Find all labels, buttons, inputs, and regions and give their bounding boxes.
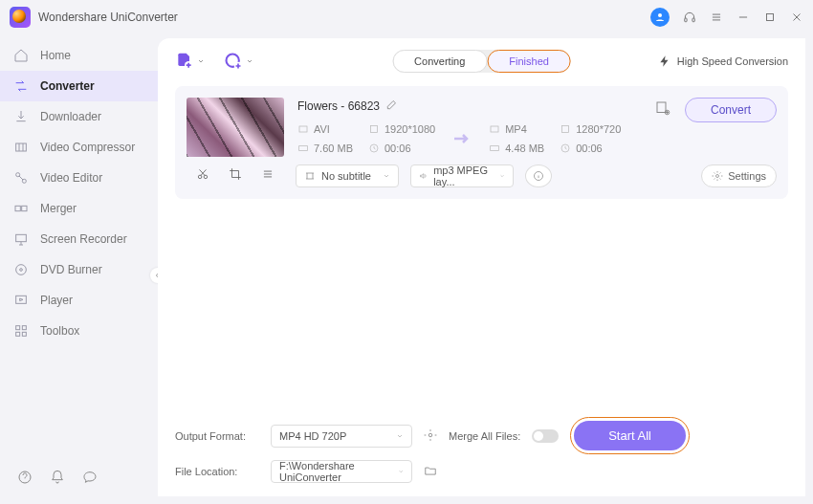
svg-rect-14 [22,206,27,210]
merge-toggle[interactable] [532,429,559,443]
sidebar-item-label: Screen Recorder [40,232,127,246]
app-title: Wondershare UniConverter [38,11,178,24]
high-speed-toggle[interactable]: High Speed Conversion [658,55,788,68]
open-folder-icon[interactable] [424,464,437,479]
sidebar-item-downloader[interactable]: Downloader [0,101,158,132]
svg-rect-33 [657,102,666,113]
start-all-highlight: Start All [570,417,690,454]
svg-point-0 [658,13,662,17]
add-file-button[interactable] [175,52,205,71]
svg-rect-31 [562,126,569,133]
app-logo [10,7,31,28]
sidebar-item-converter[interactable]: Converter [0,71,158,101]
src-resolution: 1920*1080 [385,123,435,135]
sidebar-item-dvd[interactable]: DVD Burner [0,254,158,285]
status-tabs: Converting Finished [392,50,571,73]
svg-rect-15 [16,234,27,241]
add-url-button[interactable] [224,52,253,71]
tab-converting[interactable]: Converting [392,50,487,73]
src-format: AVI [314,123,330,135]
sidebar-item-player[interactable]: Player [0,285,158,316]
svg-rect-28 [370,126,377,133]
file-location-select[interactable]: F:\Wondershare UniConverter [271,460,412,483]
svg-rect-21 [16,332,20,336]
dst-duration: 00:06 [576,142,603,154]
svg-point-17 [20,269,23,272]
sidebar-item-label: DVD Burner [40,263,102,276]
sidebar-item-label: Video Editor [40,171,102,185]
trim-icon[interactable] [196,167,209,185]
sidebar-item-home[interactable]: Home [0,40,158,71]
hsc-label: High Speed Conversion [677,55,788,67]
info-button[interactable] [525,164,552,187]
svg-rect-1 [685,18,687,22]
video-thumbnail[interactable] [187,98,284,157]
src-size: 7.60 MB [314,142,353,154]
file-name: Flowers - 66823 [297,99,380,113]
user-avatar[interactable] [650,8,670,27]
sidebar-item-compressor[interactable]: Video Compressor [0,132,158,163]
help-icon[interactable] [17,470,33,489]
format-settings-icon[interactable] [424,428,437,444]
audio-value: mp3 MPEG lay... [433,164,494,187]
svg-rect-7 [767,14,774,21]
titlebar: Wondershare UniConverter [0,0,813,34]
edit-name-icon[interactable] [385,98,399,114]
preset-icon[interactable] [654,99,671,121]
menu-icon[interactable] [710,11,723,24]
svg-rect-20 [22,326,26,330]
dst-size: 4.48 MB [505,142,544,154]
list-icon[interactable] [261,167,275,185]
headset-icon[interactable] [683,11,696,24]
file-card: Flowers - 66823 AVI 7.60 MB 1920*1080 00… [175,86,788,199]
start-all-button[interactable]: Start All [574,421,686,450]
window-maximize[interactable] [763,11,777,24]
subtitle-select[interactable]: No subtitle [296,164,399,187]
svg-point-41 [716,175,719,178]
sidebar-item-label: Merger [40,202,77,215]
sidebar-item-label: Toolbox [40,324,79,338]
sidebar-item-editor[interactable]: Video Editor [0,163,158,193]
svg-rect-30 [491,126,498,132]
sidebar-item-merger[interactable]: Merger [0,193,158,224]
sidebar-item-label: Home [40,49,71,62]
sidebar-item-label: Converter [40,79,95,93]
svg-rect-2 [692,18,694,22]
feedback-icon[interactable] [82,470,98,489]
file-location-value: F:\Wondershare UniConverter [279,460,392,483]
crop-icon[interactable] [229,167,242,185]
settings-label: Settings [728,170,766,182]
file-location-label: File Location: [175,466,259,477]
svg-rect-22 [22,332,26,336]
audio-select[interactable]: mp3 MPEG lay... [410,164,514,187]
dst-resolution: 1280*720 [576,123,621,135]
merge-label: Merge All Files: [449,430,520,442]
arrow-icon [450,127,473,150]
svg-rect-10 [16,143,27,151]
sidebar-item-recorder[interactable]: Screen Recorder [0,224,158,254]
window-minimize[interactable] [736,11,750,24]
output-format-select[interactable]: MP4 HD 720P [271,425,412,448]
settings-button[interactable]: Settings [701,164,777,187]
sidebar-item-toolbox[interactable]: Toolbox [0,316,158,346]
sidebar-item-label: Downloader [40,110,101,123]
main-panel: Converting Finished High Speed Conversio… [158,38,805,496]
window-close[interactable] [790,11,803,24]
svg-rect-13 [15,206,20,210]
convert-button[interactable]: Convert [685,98,777,122]
src-duration: 00:06 [385,142,411,154]
sidebar-item-label: Player [40,294,73,307]
svg-point-42 [428,433,432,437]
svg-rect-18 [16,296,27,303]
output-format-label: Output Format: [175,430,259,442]
svg-point-16 [16,265,27,275]
svg-rect-27 [299,126,307,132]
sidebar: Home Converter Downloader Video Compress… [0,34,158,504]
sidebar-item-label: Video Compressor [40,141,135,154]
bell-icon[interactable] [50,470,65,489]
subtitle-value: No subtitle [321,170,371,182]
dst-format: MP4 [505,123,527,135]
svg-rect-19 [16,326,20,330]
tab-finished[interactable]: Finished [487,50,571,73]
output-format-value: MP4 HD 720P [279,430,346,442]
